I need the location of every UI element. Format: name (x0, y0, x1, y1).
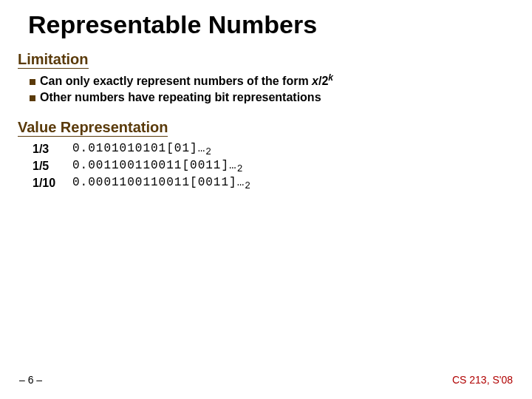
course-tag: CS 213, S'08 (452, 374, 513, 386)
rep-text: 0.0001100110011[0011]… (72, 176, 245, 189)
table-row: 1/3 0.0101010101[01]…2 (33, 141, 514, 158)
table-row: 1/5 0.001100110011[0011]…2 (33, 158, 514, 175)
section-value-representation: Value Representation 1/3 0.0101010101[01… (18, 115, 514, 193)
bullet-text-part: /2 (318, 75, 328, 87)
value-rep-table: 1/3 0.0101010101[01]…2 1/5 0.00110011001… (33, 141, 514, 193)
bullet-var: x (312, 75, 318, 87)
bullet-text-part: Can only exactly represent numbers of th… (40, 75, 312, 87)
slide: Representable Numbers Limitation Can onl… (0, 0, 532, 399)
bullet-item: Can only exactly represent numbers of th… (30, 72, 514, 89)
section-limitation: Limitation Can only exactly represent nu… (18, 47, 514, 106)
value-cell: 1/3 (33, 141, 62, 158)
slide-number: – 6 – (19, 374, 42, 386)
rep-text: 0.0101010101[01]… (72, 142, 205, 155)
rep-text: 0.001100110011[0011]… (72, 159, 237, 172)
section-heading-limitation: Limitation (18, 51, 89, 69)
value-cell: 1/10 (33, 175, 62, 192)
rep-cell: 0.0101010101[01]…2 (72, 141, 212, 158)
bullet-exponent: k (328, 72, 333, 83)
section-heading-valuerep: Value Representation (18, 119, 168, 137)
rep-cell: 0.001100110011[0011]…2 (72, 158, 243, 175)
bullet-text: Other numbers have repeating bit represe… (40, 89, 321, 106)
bullet-text: Can only exactly represent numbers of th… (40, 72, 333, 89)
rep-sub: 2 (245, 181, 251, 192)
rep-cell: 0.0001100110011[0011]…2 (72, 175, 251, 192)
limitation-bullets: Can only exactly represent numbers of th… (30, 72, 514, 106)
value-cell: 1/5 (33, 158, 62, 175)
slide-title: Representable Numbers (28, 10, 514, 39)
bullet-icon (30, 95, 35, 101)
table-row: 1/10 0.0001100110011[0011]…2 (33, 175, 514, 192)
bullet-item: Other numbers have repeating bit represe… (30, 89, 514, 106)
rep-sub: 2 (205, 146, 212, 157)
rep-sub: 2 (237, 163, 244, 174)
bullet-icon (30, 79, 35, 85)
